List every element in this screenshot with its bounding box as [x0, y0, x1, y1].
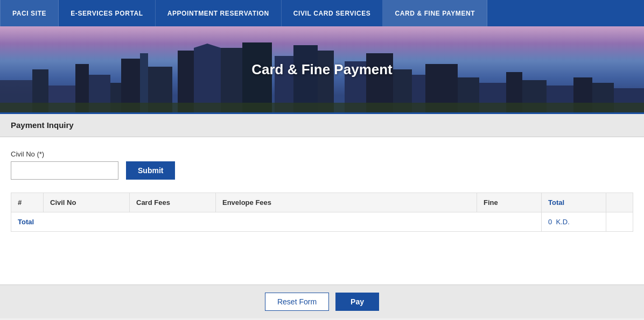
- col-fine: Fine: [477, 193, 542, 212]
- payment-table: # Civil No Card Fees Envelope Fees Fine …: [11, 193, 633, 232]
- payment-inquiry-title: Payment Inquiry: [11, 120, 74, 130]
- submit-button[interactable]: Submit: [126, 161, 175, 180]
- results-table-section: # Civil No Card Fees Envelope Fees Fine …: [0, 193, 644, 243]
- table-total-row: Total 0 K.D.: [11, 212, 633, 232]
- col-total: Total: [542, 193, 606, 212]
- total-value-cell: 0 K.D.: [542, 212, 606, 232]
- civil-no-input[interactable]: [11, 161, 118, 180]
- nav-e-services-portal[interactable]: E-SERVICES PORTAL: [59, 0, 155, 26]
- total-action-cell: [606, 212, 633, 232]
- total-label-cell: Total: [11, 212, 542, 232]
- navbar: PACI SITE E-SERVICES PORTAL APPOINTMENT …: [0, 0, 644, 26]
- col-action: [606, 193, 633, 212]
- col-card-fees: Card Fees: [130, 193, 216, 212]
- payment-inquiry-section-header: Payment Inquiry: [0, 112, 644, 137]
- table-header-row: # Civil No Card Fees Envelope Fees Fine …: [11, 193, 633, 212]
- col-envelope-fees: Envelope Fees: [216, 193, 477, 212]
- hero-banner: Card & Fine Payment: [0, 26, 644, 112]
- nav-appointment-reservation[interactable]: APPOINTMENT RESERVATION: [156, 0, 282, 26]
- col-hash: #: [11, 193, 44, 212]
- reset-form-button[interactable]: Reset Form: [265, 293, 329, 311]
- civil-no-label: Civil No (*): [11, 150, 633, 158]
- civil-no-row: Submit: [11, 161, 633, 180]
- nav-card-fine-payment[interactable]: CARD & FINE PAYMENT: [383, 0, 487, 26]
- col-civil-no: Civil No: [44, 193, 130, 212]
- footer-action-bar: Reset Form Pay: [0, 285, 644, 318]
- form-section: Civil No (*) Submit: [0, 137, 644, 193]
- pay-button[interactable]: Pay: [335, 293, 379, 311]
- main-content: Payment Inquiry Civil No (*) Submit # Ci…: [0, 112, 644, 285]
- nav-paci-site[interactable]: PACI SITE: [0, 0, 59, 26]
- page-hero-title: Card & Fine Payment: [251, 61, 393, 78]
- nav-civil-card-services[interactable]: CIVIL CARD SERVICES: [282, 0, 383, 26]
